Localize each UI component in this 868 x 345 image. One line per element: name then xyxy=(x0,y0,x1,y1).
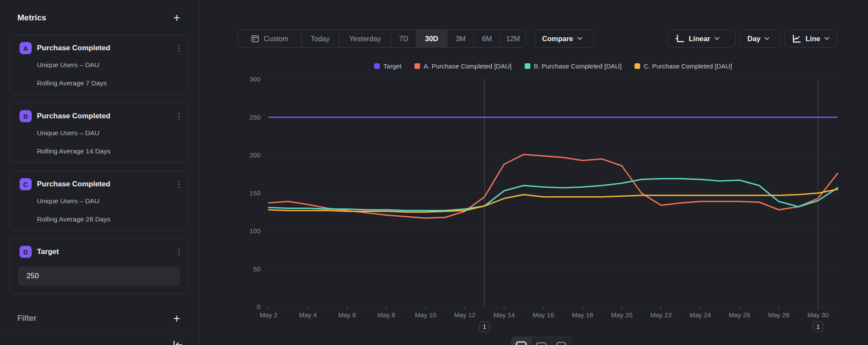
x-axis-tick-label: May 28 xyxy=(768,311,789,319)
x-axis-tick-label: May 30 xyxy=(807,311,829,319)
app-root: Metrics + APurchase Completed⋮Unique Use… xyxy=(0,0,868,345)
medium-frame-icon xyxy=(536,341,547,345)
chart-size-medium-button[interactable] xyxy=(531,337,551,345)
x-axis-tick-label: May 18 xyxy=(572,311,593,319)
annotation-badge-may-30[interactable]: 1 xyxy=(813,322,823,332)
large-frame-icon xyxy=(556,341,567,345)
x-axis-tick-label: May 2 xyxy=(260,311,278,319)
chart-size-toggle xyxy=(511,337,571,345)
x-axis-tick-label: May 22 xyxy=(651,311,672,319)
x-axis-tick-label: May 16 xyxy=(533,311,554,319)
x-axis-tick-label: May 12 xyxy=(454,311,475,319)
line-chart: 05010015020025030011May 2May 4May 6May 8… xyxy=(0,0,868,345)
y-axis-tick-label: 250 xyxy=(250,114,260,121)
x-axis-tick-label: May 6 xyxy=(338,311,356,319)
x-axis-tick-label: May 20 xyxy=(611,311,632,319)
x-axis-tick-label: May 24 xyxy=(690,311,711,319)
y-axis-tick-label: 100 xyxy=(250,227,260,234)
y-axis-tick-label: 150 xyxy=(250,189,260,197)
y-axis-tick-label: 50 xyxy=(253,265,260,273)
y-axis-tick-label: 200 xyxy=(250,151,260,159)
x-axis-tick-label: May 26 xyxy=(729,311,750,319)
annotation-badge-label: 1 xyxy=(483,323,486,330)
series-line-b[interactable] xyxy=(269,179,838,211)
x-axis-tick-label: May 10 xyxy=(415,311,436,319)
y-axis-tick-label: 0 xyxy=(257,303,260,310)
annotation-badge-may-13[interactable]: 1 xyxy=(479,322,490,332)
small-frame-icon xyxy=(516,341,527,345)
x-axis-tick-label: May 4 xyxy=(299,311,317,319)
chart-size-small-button[interactable] xyxy=(512,337,531,345)
annotation-badge-label: 1 xyxy=(816,323,820,330)
series-line-a[interactable] xyxy=(269,154,838,218)
x-axis-tick-label: May 8 xyxy=(378,311,395,319)
y-axis-tick-label: 300 xyxy=(250,75,260,83)
x-axis-tick-label: May 14 xyxy=(493,311,515,319)
large-frame-button[interactable] xyxy=(551,337,571,345)
